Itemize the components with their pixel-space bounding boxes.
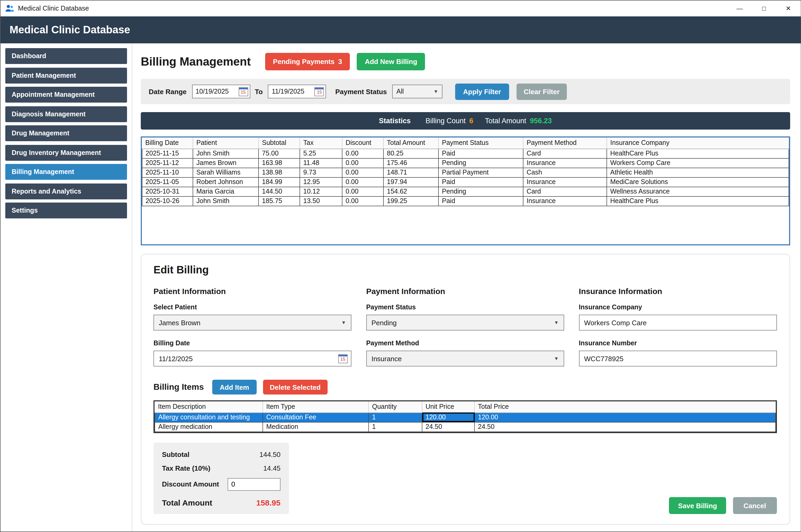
table-cell[interactable]: John Smith [193,196,258,206]
table-cell[interactable]: HealthCare Plus [607,149,788,158]
table-cell[interactable]: 120.00 [474,413,775,422]
table-cell[interactable]: Paid [438,196,523,206]
payment-status-filter-select[interactable]: All ▼ [392,84,442,98]
table-row[interactable]: 2025-11-05Robert Johnson184.9912.950.001… [142,177,788,187]
column-header[interactable]: Discount [342,137,383,149]
sidebar-item-appointment-management[interactable]: Appointment Management [5,87,127,102]
table-cell[interactable]: 0.00 [342,196,383,206]
column-header[interactable]: Insurance Company [607,137,788,149]
table-cell[interactable]: 80.25 [383,149,438,158]
table-cell[interactable]: 185.75 [258,196,300,206]
table-cell[interactable]: James Brown [193,158,258,168]
table-cell[interactable]: 24.50 [474,422,775,432]
sidebar-item-drug-management[interactable]: Drug Management [5,125,127,141]
payment-status-select[interactable]: Pending ▼ [366,315,564,330]
sidebar-item-dashboard[interactable]: Dashboard [5,48,127,64]
table-cell[interactable]: Workers Comp Care [607,158,788,168]
table-cell[interactable]: Maria Garcia [193,187,258,196]
table-cell[interactable]: Insurance [523,158,607,168]
table-cell[interactable]: 1 [369,413,422,422]
table-cell[interactable]: Insurance [523,196,607,206]
table-cell[interactable]: 75.00 [258,149,300,158]
table-cell[interactable]: 24.50 [422,422,474,432]
table-cell[interactable]: Medication [263,422,369,432]
table-cell[interactable]: Allergy medication [155,422,263,432]
table-cell[interactable]: 175.46 [383,158,438,168]
sidebar-item-reports-and-analytics[interactable]: Reports and Analytics [5,183,127,199]
calendar-icon[interactable]: 15 [315,87,324,96]
table-cell[interactable]: 2025-10-31 [142,187,193,196]
apply-filter-button[interactable]: Apply Filter [455,83,509,100]
table-cell[interactable]: Consultation Fee [263,413,369,422]
table-cell[interactable]: 197.94 [383,177,438,187]
table-cell[interactable]: 0.00 [342,187,383,196]
column-header[interactable]: Tax [300,137,342,149]
close-button[interactable]: ✕ [776,1,800,16]
pending-payments-button[interactable]: Pending Payments 3 [265,53,350,70]
table-cell[interactable]: 2025-11-12 [142,158,193,168]
table-cell[interactable]: 199.25 [383,196,438,206]
table-cell[interactable]: Wellness Assurance [607,187,788,196]
table-cell[interactable]: 144.50 [258,187,300,196]
column-header[interactable]: Subtotal [258,137,300,149]
cancel-button[interactable]: Cancel [733,497,777,514]
date-to-picker[interactable]: 11/19/2025 15 [268,84,326,98]
table-row[interactable]: Allergy medication Medication 1 24.50 24… [155,422,775,432]
table-row[interactable]: 2025-10-26John Smith185.7513.500.00199.2… [142,196,788,206]
sidebar-item-drug-inventory-management[interactable]: Drug Inventory Management [5,145,127,160]
table-cell[interactable]: 2025-11-15 [142,149,193,158]
table-cell[interactable]: 148.71 [383,168,438,177]
table-cell[interactable]: Athletic Health [607,168,788,177]
table-cell[interactable]: Sarah Williams [193,168,258,177]
column-header[interactable]: Item Type [263,401,369,413]
table-cell-current[interactable]: 120.00 [422,413,474,422]
table-cell[interactable]: 2025-11-10 [142,168,193,177]
table-cell[interactable]: 13.50 [300,196,342,206]
table-cell[interactable]: HealthCare Plus [607,196,788,206]
column-header[interactable]: Billing Date [142,137,193,149]
table-cell[interactable]: 10.12 [300,187,342,196]
column-header[interactable]: Item Description [155,401,263,413]
table-row[interactable]: 2025-11-10Sarah Williams138.989.730.0014… [142,168,788,177]
table-cell[interactable]: 0.00 [342,177,383,187]
minimize-button[interactable]: — [727,1,752,16]
table-cell[interactable]: 184.99 [258,177,300,187]
table-cell[interactable]: MediCare Solutions [607,177,788,187]
calendar-icon[interactable]: 15 [338,354,348,363]
billing-date-picker[interactable]: 11/12/2025 15 [153,350,351,366]
calendar-icon[interactable]: 15 [238,87,248,96]
delete-selected-button[interactable]: Delete Selected [263,380,328,395]
maximize-button[interactable]: □ [752,1,776,16]
payment-method-select[interactable]: Insurance ▼ [366,350,564,366]
column-header[interactable]: Payment Status [438,137,523,149]
table-cell[interactable]: 5.25 [300,149,342,158]
table-row[interactable]: 2025-11-15John Smith75.005.250.0080.25Pa… [142,149,788,158]
column-header[interactable]: Patient [193,137,258,149]
save-billing-button[interactable]: Save Billing [669,497,726,514]
sidebar-item-patient-management[interactable]: Patient Management [5,68,127,83]
table-cell[interactable]: 2025-11-05 [142,177,193,187]
column-header[interactable]: Payment Method [523,137,607,149]
table-cell[interactable]: Paid [438,177,523,187]
table-row-selected[interactable]: Allergy consultation and testing Consult… [155,413,775,422]
table-cell[interactable]: 1 [369,422,422,432]
table-row[interactable]: 2025-10-31Maria Garcia144.5010.120.00154… [142,187,788,196]
table-cell[interactable]: Allergy consultation and testing [155,413,263,422]
add-new-billing-button[interactable]: Add New Billing [357,53,425,70]
column-header[interactable]: Unit Price [422,401,474,413]
table-cell[interactable]: Paid [438,149,523,158]
table-cell[interactable]: Insurance [523,177,607,187]
table-cell[interactable]: Robert Johnson [193,177,258,187]
sidebar-item-diagnosis-management[interactable]: Diagnosis Management [5,106,127,122]
add-item-button[interactable]: Add Item [212,380,256,395]
sidebar-item-billing-management[interactable]: Billing Management [5,164,127,180]
table-cell[interactable]: 163.98 [258,158,300,168]
date-from-picker[interactable]: 10/19/2025 15 [192,84,250,98]
column-header[interactable]: Total Amount [383,137,438,149]
table-cell[interactable]: 138.98 [258,168,300,177]
clear-filter-button[interactable]: Clear Filter [516,83,567,100]
table-cell[interactable]: 12.95 [300,177,342,187]
table-cell[interactable]: Partial Payment [438,168,523,177]
discount-input[interactable] [227,478,280,491]
sidebar-item-settings[interactable]: Settings [5,203,127,218]
